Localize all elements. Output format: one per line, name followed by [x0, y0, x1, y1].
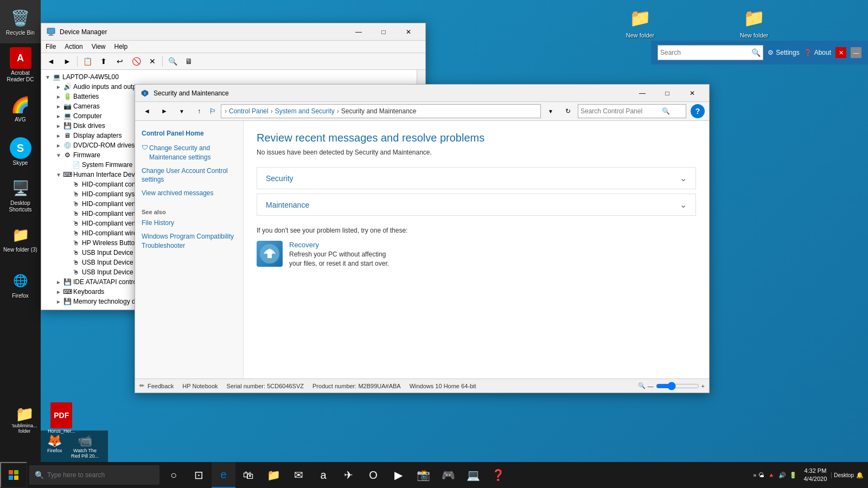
nav-up-btn[interactable]: ↑	[192, 105, 207, 118]
cp-search-input[interactable]	[660, 49, 751, 56]
security-close[interactable]: ✕	[680, 85, 705, 102]
cp-settings-btn[interactable]: ⚙ Settings	[768, 49, 799, 56]
dm-properties-btn[interactable]: 📋	[80, 54, 95, 68]
dm-scan-btn[interactable]: 🔍	[165, 54, 180, 68]
taskbar-icon-10[interactable]: 💻	[461, 462, 485, 488]
taskbar-opera[interactable]: O	[361, 462, 385, 488]
taskbar-watch[interactable]: 📹 Watch The Red Pill 20...	[67, 433, 104, 460]
dm-uninstall-btn[interactable]: ✕	[145, 54, 160, 68]
serial-info: Serial number: 5CD6046SVZ	[227, 383, 304, 389]
feedback-btn[interactable]: ✏ Feedback	[139, 382, 174, 389]
cp-close-btn[interactable]: ✕	[835, 47, 846, 58]
taskbar-task-view[interactable]: ⊡	[187, 462, 210, 488]
dm-rollback-btn[interactable]: ↩	[112, 54, 127, 68]
settings-label: Settings	[776, 49, 799, 56]
zoom-slider[interactable]	[656, 382, 699, 390]
device-manager-close[interactable]: ✕	[396, 23, 421, 41]
dm-monitor-btn[interactable]: 🖥	[181, 54, 196, 68]
sidebar-item-recycle-bin[interactable]: 🗑️ Recycle Bin	[0, 0, 41, 43]
start-button[interactable]	[0, 462, 27, 488]
cp-about-btn[interactable]: ❓ About	[804, 49, 831, 56]
dm-forward-btn[interactable]: ►	[60, 54, 75, 68]
batteries-icon: 🔋	[63, 92, 72, 101]
cp-minimize-btn[interactable]: —	[851, 47, 861, 58]
sidebar-item-skype[interactable]: S Skype	[0, 130, 41, 174]
taskbar-cortana[interactable]: ○	[162, 462, 186, 488]
sidebar-link-uac[interactable]: Change User Account Control settings	[142, 166, 237, 185]
security-section-header[interactable]: Security ⌄	[257, 168, 695, 189]
recovery-title[interactable]: Recovery	[289, 241, 389, 249]
sidebar-item-avg[interactable]: 🌈 AVG	[0, 87, 41, 130]
desktop-icon-sublimina[interactable]: 📁 'sublimina... folder	[5, 405, 43, 434]
zoom-plus[interactable]: +	[701, 383, 705, 389]
toolbar-sep-2	[162, 56, 163, 67]
taskbar-icon-9[interactable]: 🎮	[436, 462, 460, 488]
sidebar-control-panel-home[interactable]: Control Panel Home	[142, 130, 237, 137]
taskbar-store[interactable]: 🛍	[237, 462, 260, 488]
dm-back-btn[interactable]: ◄	[43, 54, 59, 68]
tray-desktop-btn[interactable]: Desktop	[831, 472, 854, 478]
sidebar-item-desktop-shortcuts[interactable]: 🖥️ Desktop Shortcuts	[0, 174, 41, 217]
tree-root[interactable]: ▼ 💻 LAPTOP-A4W5L00	[43, 72, 414, 82]
desktop-shortcuts-icon: 🖥️	[10, 177, 31, 199]
tray-battery-icon[interactable]: 🔋	[789, 472, 797, 479]
device-manager-maximize[interactable]: □	[371, 23, 396, 41]
recycle-bin-icon: 🗑️	[10, 7, 31, 29]
nav-dropdown-btn[interactable]: ▼	[174, 105, 189, 118]
cp-search-bar[interactable]: 🔍	[578, 104, 686, 118]
desktop-icon-pdf[interactable]: PDF Horus_Her...	[48, 402, 75, 434]
sidebar-change-security: 🛡 Change Security and Maintenance settin…	[142, 144, 237, 162]
sidebar-item-acrobat[interactable]: A Acrobat Reader DC	[0, 43, 41, 87]
security-maximize[interactable]: □	[655, 85, 680, 102]
sidebar-windows-program[interactable]: Windows Program Compatibility Troublesho…	[142, 232, 237, 251]
cp-search-box[interactable]: 🔍	[658, 45, 763, 60]
taskbar-edge[interactable]: e	[212, 462, 235, 488]
taskbar-search-input[interactable]	[47, 471, 145, 479]
nav-forward-btn[interactable]: ►	[157, 105, 172, 118]
desktop-icon-new-folder-top[interactable]: 📁 New folder	[618, 3, 662, 41]
sidebar-link-archived[interactable]: View archived messages	[142, 189, 237, 198]
taskbar-help[interactable]: ❓	[486, 462, 510, 488]
sidebar-item-tor[interactable]: 🌐 Firefox	[0, 260, 41, 309]
cameras-icon: 📷	[63, 102, 72, 111]
root-arrow: ▼	[43, 73, 52, 81]
taskbar-amazon[interactable]: a	[311, 462, 335, 488]
firmware-icon: ⚙	[63, 151, 72, 159]
tray-clock[interactable]: 4:32 PM 4/4/2020	[803, 467, 827, 484]
dm-menu-help[interactable]: Help	[114, 43, 128, 50]
taskbar-explorer[interactable]: 📁	[261, 462, 285, 488]
breadcrumb-bar: › Control Panel › System and Security › …	[221, 104, 541, 118]
dm-update-btn[interactable]: ⬆	[96, 54, 111, 68]
nav-refresh-btn[interactable]: ↻	[560, 105, 576, 118]
taskbar-tripadvisor[interactable]: ✈	[336, 462, 360, 488]
nav-back-btn[interactable]: ◄	[139, 105, 155, 118]
taskbar-mail[interactable]: ✉	[286, 462, 310, 488]
zoom-minus[interactable]: —	[648, 383, 654, 389]
sidebar-item-new-folder-3[interactable]: 📁 New folder (3)	[0, 217, 41, 260]
tray-volume-icon[interactable]: 🔊	[778, 472, 786, 479]
taskbar-firefox[interactable]: 🦊 Firefox	[45, 433, 65, 460]
security-minimize[interactable]: —	[630, 85, 655, 102]
breadcrumb-system-security[interactable]: System and Security	[275, 107, 335, 115]
taskbar-show-hidden[interactable]: »	[753, 472, 756, 478]
dm-menu-file[interactable]: File	[46, 43, 56, 50]
tray-network-icon[interactable]: 🔺	[768, 472, 775, 479]
dm-menu-action[interactable]: Action	[65, 43, 82, 50]
maintenance-section-header[interactable]: Maintenance ⌄	[257, 194, 695, 215]
zoom-search-icon[interactable]: 🔍	[638, 382, 646, 389]
tray-weather-icon[interactable]: 🌤	[758, 472, 764, 478]
sidebar-link-security[interactable]: Change Security and Maintenance settings	[149, 144, 237, 162]
breadcrumb-control-panel[interactable]: Control Panel	[229, 107, 269, 115]
tray-notification[interactable]: 🔔	[856, 472, 864, 479]
taskbar-media[interactable]: ▶	[386, 462, 410, 488]
dm-disable-btn[interactable]: 🚫	[129, 54, 144, 68]
dm-menu-view[interactable]: View	[92, 43, 106, 50]
device-manager-minimize[interactable]: —	[346, 23, 371, 41]
sidebar-file-history[interactable]: File History	[142, 219, 237, 228]
help-btn[interactable]: ?	[691, 104, 705, 118]
desktop-icon-new-folder-right[interactable]: 📁 New folder	[732, 3, 776, 41]
nav-breadcrumb-dropdown[interactable]: ▼	[543, 105, 558, 118]
taskbar-screenshot[interactable]: 📸	[411, 462, 435, 488]
taskbar-search-box[interactable]: 🔍	[29, 465, 159, 485]
cp-search-field[interactable]	[580, 107, 662, 115]
